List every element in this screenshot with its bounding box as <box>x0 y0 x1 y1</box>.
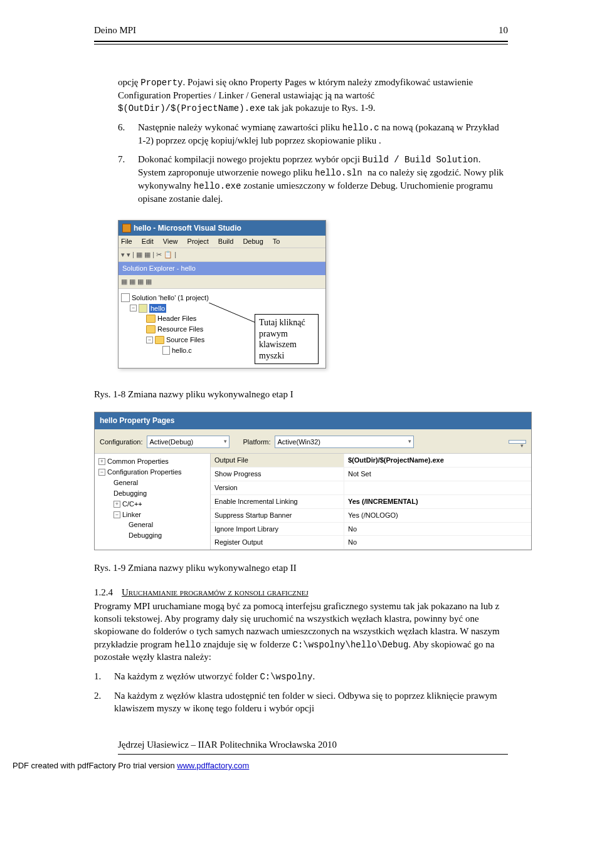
property-pages-window: hello Property Pages Configuration: Acti… <box>94 412 532 550</box>
grid-key: Version <box>211 481 344 494</box>
menu-project[interactable]: Project <box>187 238 209 245</box>
pp-titlebar: hello Property Pages <box>95 412 531 429</box>
tree-linker-general[interactable]: General <box>96 520 209 530</box>
vs-title-text: hello - Microsoft Visual Studio <box>134 223 241 233</box>
grid-key: Show Progress <box>211 468 344 481</box>
pp-config-bar: Configuration: Active(Debug) Platform: A… <box>95 429 531 454</box>
tree-general[interactable]: General <box>96 478 209 488</box>
pdf-watermark: PDF created with pdfFactory Pro trial ve… <box>13 761 602 770</box>
tree-linker[interactable]: −Linker <box>96 510 209 520</box>
menu-view[interactable]: View <box>163 238 178 245</box>
grid-value[interactable]: Yes (/INCREMENTAL) <box>344 495 531 508</box>
svg-line-0 <box>209 303 256 323</box>
header-title: Deino MPI <box>94 25 136 36</box>
grid-row[interactable]: Enable Incremental LinkingYes (/INCREMEN… <box>211 495 531 509</box>
section-heading: 1.2.4Uruchamianie programów z konsoli gr… <box>94 586 508 599</box>
section-number: 1.2.4 <box>94 587 113 597</box>
vs-menubar[interactable]: File Edit View Project Build Debug To <box>119 236 325 248</box>
pdf-link[interactable]: www.pdffactory.com <box>177 761 249 770</box>
tree-common-properties[interactable]: +Common Properties <box>96 456 209 467</box>
grid-key: Enable Incremental Linking <box>211 495 344 508</box>
tree-debugging[interactable]: Debugging <box>96 488 209 499</box>
vs-se-toolbar[interactable]: ▦ ▦ ▦ ▦ <box>119 275 325 289</box>
page-footer: Jędrzej Ułasiewicz – IIAR Politechnika W… <box>118 740 508 750</box>
numbered-list: 6. Następnie należy wykonać wymianę zawa… <box>118 121 508 205</box>
step-1: 1. Na każdym z węzłów utworzyć folder C:… <box>94 670 508 683</box>
list-item-7: 7. Dokonać kompilacji nowego projektu po… <box>118 153 508 205</box>
grid-row[interactable]: Ignore Import LibraryNo <box>211 523 531 536</box>
body-content: opcję Property. Pojawi się okno Property… <box>118 76 508 714</box>
config-label: Configuration: <box>100 437 143 447</box>
expand-icon[interactable]: + <box>98 458 105 465</box>
vs-titlebar: hello - Microsoft Visual Studio <box>119 221 325 236</box>
collapse-icon[interactable]: − <box>146 337 153 343</box>
grid-value[interactable]: $(OutDir)/$(ProjectName).exe <box>344 454 531 467</box>
grid-row[interactable]: Version <box>211 481 531 495</box>
expand-icon[interactable]: + <box>114 501 120 508</box>
tree-configuration-properties[interactable]: −Configuration Properties <box>96 467 209 478</box>
figure-1-8: hello - Microsoft Visual Studio File Edi… <box>118 220 508 377</box>
c-file-icon <box>162 346 170 355</box>
folder-open-icon <box>155 336 164 344</box>
page: Deino MPI 10 opcję Property. Pojawi się … <box>0 0 602 868</box>
solution-explorer-header: Solution Explorer - hello <box>119 262 325 275</box>
pp-body: +Common Properties −Configuration Proper… <box>95 454 531 550</box>
intro-paragraph: opcję Property. Pojawi się okno Property… <box>118 76 508 115</box>
section-paragraph: Programy MPI uruchamiane mogą być za pom… <box>94 600 508 664</box>
menu-debug[interactable]: Debug <box>243 238 263 245</box>
tree-linker-debugging[interactable]: Debugging <box>96 530 209 541</box>
grid-key: Register Output <box>211 536 344 549</box>
grid-row[interactable]: Suppress Startup BannerYes (/NOLOGO) <box>211 509 531 523</box>
project-icon <box>139 304 147 313</box>
menu-more[interactable]: To <box>273 238 280 245</box>
pp-grid[interactable]: Output File$(OutDir)/$(ProjectName).exe … <box>211 454 531 550</box>
menu-build[interactable]: Build <box>218 238 233 245</box>
pp-tree[interactable]: +Common Properties −Configuration Proper… <box>95 454 211 550</box>
platform-select[interactable]: Active(Win32) <box>275 436 414 449</box>
grid-value[interactable] <box>344 481 531 494</box>
vs-toolbar[interactable]: ▾ ▾ | ▦ ▦ | ✂ 📋 | <box>119 248 325 262</box>
footer-rule <box>118 754 508 755</box>
grid-key: Ignore Import Library <box>211 523 344 536</box>
figure-1-9-caption: Rys. 1-9 Zmiana nazwy pliku wykonywalneg… <box>94 562 508 574</box>
steps-list: 1. Na każdym z węzłów utworzyć folder C:… <box>94 670 508 714</box>
folder-icon <box>146 315 156 323</box>
grid-value[interactable]: Yes (/NOLOGO) <box>344 509 531 522</box>
callout-box: Tutaj kliknąć prawym klawiszem myszki <box>255 314 319 364</box>
step-2: 2. Na każdym z węzłów klastra udostępnić… <box>94 689 508 715</box>
grid-value[interactable]: No <box>344 523 531 536</box>
page-header: Deino MPI 10 <box>94 25 508 36</box>
folder-icon <box>146 325 156 333</box>
figure-1-9: hello Property Pages Configuration: Acti… <box>94 412 532 550</box>
grid-row[interactable]: Register OutputNo <box>211 536 531 550</box>
tree-cpp[interactable]: +C/C++ <box>96 499 209 510</box>
grid-value[interactable]: Not Set <box>344 468 531 481</box>
header-page: 10 <box>499 25 508 36</box>
grid-row[interactable]: Show ProgressNot Set <box>211 468 531 481</box>
header-rule <box>94 41 508 44</box>
callout-line <box>209 303 256 328</box>
collapse-icon[interactable]: − <box>114 511 120 518</box>
config-select[interactable]: Active(Debug) <box>147 436 230 449</box>
section-title: Uruchamianie programów z konsoli graficz… <box>122 587 309 597</box>
figure-1-8-caption: Rys. 1-8 Zmiana nazwy pliku wykonywalneg… <box>94 388 508 400</box>
grid-row[interactable]: Output File$(OutDir)/$(ProjectName).exe <box>211 454 531 468</box>
menu-file[interactable]: File <box>121 238 132 245</box>
collapse-icon[interactable]: − <box>98 469 105 476</box>
list-item-6: 6. Następnie należy wykonać wymianę zawa… <box>118 121 508 147</box>
grid-key: Suppress Startup Banner <box>211 509 344 522</box>
solution-icon <box>121 293 130 302</box>
extra-select[interactable] <box>509 440 526 444</box>
vs-app-icon <box>122 224 131 233</box>
grid-key: Output File <box>211 454 344 467</box>
menu-edit[interactable]: Edit <box>142 238 154 245</box>
platform-label: Platform: <box>243 437 271 447</box>
tree-solution[interactable]: Solution 'hello' (1 project) <box>121 293 323 303</box>
grid-value[interactable]: No <box>344 536 531 549</box>
collapse-icon[interactable]: − <box>130 305 137 311</box>
